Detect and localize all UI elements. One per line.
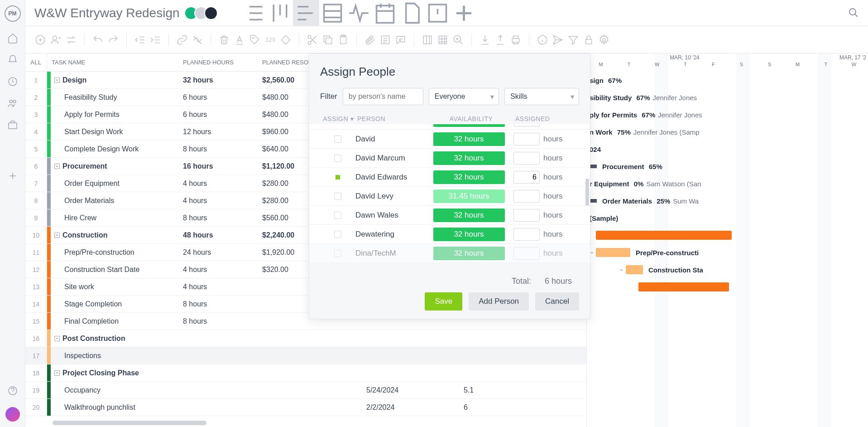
columns-icon[interactable] bbox=[422, 34, 433, 46]
assign-checkbox[interactable] bbox=[320, 136, 355, 143]
task-name[interactable]: −Post Construction bbox=[51, 335, 178, 343]
undo-icon[interactable] bbox=[92, 34, 104, 46]
view-sheet-icon[interactable] bbox=[319, 0, 345, 26]
outdent-icon[interactable] bbox=[134, 34, 146, 46]
cancel-button[interactable]: Cancel bbox=[535, 292, 579, 311]
view-list-icon[interactable] bbox=[240, 0, 267, 26]
task-name[interactable]: −Design bbox=[51, 76, 178, 84]
assign-checkbox[interactable] bbox=[320, 250, 355, 257]
mth-assigned[interactable]: ASSIGNED bbox=[511, 115, 574, 122]
note-icon[interactable] bbox=[379, 34, 391, 46]
gear-icon[interactable] bbox=[598, 34, 610, 46]
assign-checkbox[interactable] bbox=[320, 212, 355, 219]
gantt-row[interactable]: 024 bbox=[587, 141, 868, 158]
view-gantt-icon[interactable] bbox=[293, 0, 319, 26]
indent-icon[interactable] bbox=[149, 34, 161, 46]
task-name[interactable]: Occupancy bbox=[51, 386, 178, 394]
gantt-row[interactable]: ply for Permits 67%Jennifer Jones bbox=[587, 106, 868, 123]
person-row[interactable]: Dewatering32 hourshours bbox=[309, 225, 590, 244]
planned-hours[interactable]: 12 hours bbox=[178, 128, 258, 136]
task-name[interactable]: Construction Start Date bbox=[51, 266, 178, 274]
filter-icon[interactable] bbox=[567, 34, 579, 46]
gantt-bar[interactable] bbox=[596, 248, 630, 257]
import-icon[interactable] bbox=[479, 34, 491, 46]
person-row[interactable]: Dave/ATOS32 hourshours bbox=[309, 124, 590, 130]
col-all[interactable]: ALL bbox=[25, 53, 47, 71]
planned-hours[interactable]: 8 hours bbox=[178, 145, 258, 153]
gantt-row[interactable]: sign 67% bbox=[587, 72, 868, 89]
task-name[interactable]: Stage Completion bbox=[51, 300, 178, 308]
task-name[interactable]: Order Materials bbox=[51, 197, 178, 205]
modal-scrollbar[interactable] bbox=[585, 179, 589, 206]
gantt-row[interactable]: sibility Study 67%Jennifer Jones bbox=[587, 89, 868, 106]
mth-person[interactable]: PERSON bbox=[355, 115, 432, 122]
task-name[interactable]: −Project Closing Phase bbox=[51, 369, 178, 377]
hours-input[interactable] bbox=[513, 133, 540, 146]
task-name[interactable]: Prep/Pre-construction bbox=[51, 248, 178, 257]
filter-skills-select[interactable]: Skills bbox=[504, 88, 579, 105]
gantt-row[interactable]: n Work 75%Jennifer Jones (Samp bbox=[587, 123, 868, 141]
lock-icon[interactable] bbox=[583, 34, 595, 46]
assign-checkbox[interactable] bbox=[320, 155, 355, 162]
add-person-button[interactable]: Add Person bbox=[469, 292, 529, 311]
help-icon[interactable] bbox=[7, 385, 18, 396]
view-file-icon[interactable] bbox=[398, 0, 424, 26]
save-button[interactable]: Save bbox=[425, 292, 462, 311]
collapse-icon[interactable]: − bbox=[54, 78, 60, 83]
mth-assign[interactable]: ASSIGN ▾ bbox=[320, 115, 355, 122]
person-row[interactable]: David Levy31.45 hourshours bbox=[309, 187, 590, 206]
copy-icon[interactable] bbox=[322, 34, 334, 46]
mth-availability[interactable]: AVAILABILITY bbox=[432, 115, 511, 122]
gantt-row[interactable] bbox=[587, 227, 868, 244]
assign-checkbox[interactable] bbox=[320, 174, 355, 181]
people-icon[interactable] bbox=[7, 98, 18, 109]
hours-input[interactable] bbox=[513, 247, 540, 260]
planned-hours[interactable]: 4 hours bbox=[178, 197, 258, 205]
extra-col-2[interactable]: 5.1 bbox=[459, 386, 518, 394]
search-icon[interactable] bbox=[848, 7, 859, 20]
extra-col-1[interactable]: 2/2/2024 bbox=[362, 403, 459, 412]
planned-hours[interactable]: 8 hours bbox=[178, 317, 258, 325]
cut-icon[interactable] bbox=[307, 34, 318, 46]
planned-hours[interactable]: 4 hours bbox=[178, 283, 258, 291]
gantt-row[interactable]: Order Materials 25%Sum Wa bbox=[587, 192, 868, 209]
view-pulse-icon[interactable] bbox=[345, 0, 372, 26]
plus-icon[interactable] bbox=[7, 170, 18, 181]
info-icon[interactable] bbox=[537, 34, 548, 46]
unlink-icon[interactable] bbox=[192, 34, 203, 46]
planned-hours[interactable]: 4 hours bbox=[178, 180, 258, 188]
attachment-icon[interactable] bbox=[364, 34, 376, 46]
planned-hours[interactable]: 32 hours bbox=[178, 76, 258, 84]
view-add-icon[interactable] bbox=[451, 0, 477, 26]
task-row[interactable]: 19Occupancy5/24/20245.1 bbox=[25, 382, 586, 399]
task-name[interactable]: Feasibility Study bbox=[51, 93, 178, 102]
planned-hours[interactable]: 24 hours bbox=[178, 248, 258, 257]
planned-hours[interactable]: 16 hours bbox=[178, 162, 258, 170]
hours-input[interactable] bbox=[513, 171, 540, 184]
gantt-row[interactable]: (Sample) bbox=[587, 209, 868, 227]
task-name[interactable]: Order Equipment bbox=[51, 180, 178, 188]
person-row[interactable]: David Edwards32 hourshours bbox=[309, 168, 590, 187]
hours-input[interactable] bbox=[513, 209, 540, 222]
task-row[interactable]: 20Walkthrough punchlist2/2/20246 bbox=[25, 399, 586, 416]
person-row[interactable]: David32 hourshours bbox=[309, 130, 590, 149]
number-icon[interactable]: 123 bbox=[264, 34, 276, 46]
hours-input[interactable] bbox=[513, 152, 540, 165]
gantt-bar[interactable] bbox=[596, 231, 732, 240]
redo-icon[interactable] bbox=[107, 34, 119, 46]
collapse-icon[interactable]: − bbox=[54, 370, 60, 376]
task-row[interactable]: 16−Post Construction bbox=[25, 330, 586, 347]
text-color-icon[interactable] bbox=[234, 34, 245, 46]
member-avatars[interactable] bbox=[188, 6, 218, 20]
task-name[interactable]: −Construction bbox=[51, 231, 178, 239]
assign-checkbox[interactable] bbox=[320, 231, 355, 238]
gantt-row[interactable]: →Construction Sta bbox=[587, 261, 868, 278]
collapse-icon[interactable]: − bbox=[54, 164, 60, 169]
col-hours[interactable]: PLANNED HOURS bbox=[178, 59, 258, 66]
milestone-icon[interactable] bbox=[280, 34, 292, 46]
col-task[interactable]: TASK NAME bbox=[47, 59, 178, 66]
task-name[interactable]: Inspections bbox=[51, 352, 178, 360]
task-name[interactable]: Hire Crew bbox=[51, 214, 178, 222]
collapse-icon[interactable]: − bbox=[54, 336, 60, 341]
planned-hours[interactable]: 48 hours bbox=[178, 231, 258, 239]
